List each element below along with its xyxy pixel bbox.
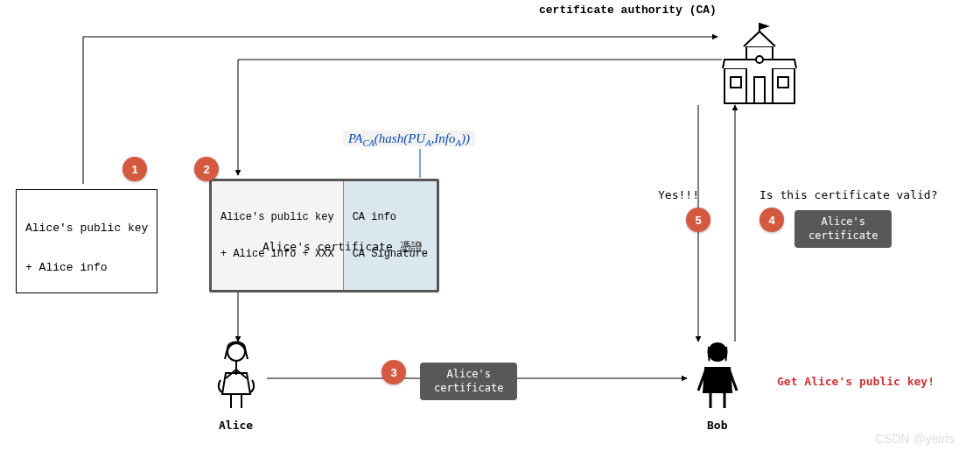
step-3-badge: 3	[382, 360, 406, 384]
certificate-caption: Alice's certificate 憑證	[262, 239, 423, 255]
alice-label: Alice	[219, 419, 253, 432]
result-text: Get Alice's public key!	[777, 375, 934, 388]
alice-figure-icon	[219, 342, 254, 409]
step-5-badge: 5	[686, 208, 710, 232]
svg-rect-6	[778, 77, 788, 88]
svg-rect-4	[754, 77, 765, 103]
step-2-badge: 2	[194, 157, 219, 181]
svg-rect-5	[731, 77, 741, 88]
step-1-badge: 1	[122, 157, 147, 181]
box1-line1: Alice's public key	[25, 222, 148, 235]
svg-rect-0	[724, 68, 794, 103]
svg-point-7	[756, 56, 763, 63]
cert-left: Alice's public key + Alice info + XXX	[212, 181, 344, 290]
cert-right: CA info CA Signature	[344, 181, 437, 290]
watermark: CSDN @yeiris	[875, 432, 954, 446]
validity-question: Is this certificate valid?	[760, 188, 938, 201]
bob-label: Bob	[707, 419, 727, 432]
yes-text: Yes!!!	[658, 188, 699, 201]
svg-point-9	[709, 343, 726, 361]
svg-marker-3	[760, 23, 770, 30]
alice-info-box: Alice's public key + Alice info	[16, 189, 158, 293]
ca-title: certificate authority (CA)	[539, 4, 717, 17]
certificate-box: Alice's public key + Alice info + XXX CA…	[209, 179, 439, 292]
ca-building-icon	[723, 23, 796, 103]
bob-figure-icon	[698, 343, 737, 408]
signature-formula: PACA(hash(PUA,InfoA))	[343, 131, 475, 148]
box1-line2: + Alice info	[25, 261, 148, 274]
step-4-badge: 4	[760, 208, 784, 232]
svg-rect-1	[746, 46, 773, 103]
svg-point-8	[228, 343, 245, 361]
cert-chip-4: Alice's certificate	[794, 210, 892, 248]
cert-chip-3: Alice's certificate	[420, 363, 517, 400]
